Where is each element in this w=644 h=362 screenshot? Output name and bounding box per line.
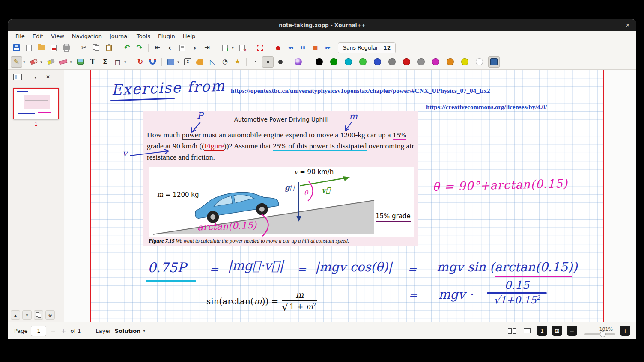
- sidebar-move-up-button[interactable]: ▴: [11, 310, 20, 320]
- menu-plugin[interactable]: Plugin: [154, 33, 179, 39]
- rewind-audio-button[interactable]: ◀◀: [285, 42, 296, 53]
- color-swatch-white[interactable]: [476, 58, 483, 65]
- delete-page-button[interactable]: ✕: [236, 42, 248, 53]
- select-region-button[interactable]: [165, 56, 176, 68]
- link-opentextbc[interactable]: https://opentextbc.ca/universityphysicsv…: [231, 87, 490, 95]
- color-swatch-lightgreen[interactable]: [359, 58, 367, 65]
- hand-tool-button[interactable]: [194, 56, 206, 68]
- spline-tool-button[interactable]: ★: [232, 56, 243, 68]
- toolbar-separator: [307, 58, 307, 66]
- highlighter-tool-button[interactable]: [45, 56, 57, 68]
- current-color-indicator[interactable]: [488, 56, 500, 68]
- fill-pattern-button[interactable]: [292, 56, 304, 68]
- duplicate-icon: [36, 312, 42, 318]
- shape-recognizer-button[interactable]: ↻: [134, 56, 146, 68]
- insert-image-button[interactable]: [75, 56, 86, 68]
- thumb-text-line: [25, 98, 48, 98]
- color-swatch-cyan[interactable]: [345, 58, 352, 65]
- record-audio-button[interactable]: ●: [272, 42, 284, 53]
- line-width-thick-button[interactable]: [274, 56, 286, 68]
- redo-button[interactable]: ↷: [134, 42, 145, 53]
- compass-button[interactable]: ◔: [219, 56, 231, 68]
- page-decrement-button[interactable]: −: [50, 327, 57, 334]
- previous-page-button[interactable]: ‹: [164, 42, 176, 53]
- eraser-tool-button[interactable]: [28, 56, 39, 68]
- snapping-button[interactable]: [147, 56, 158, 68]
- current-page-button[interactable]: [176, 42, 188, 53]
- zoom-out-button[interactable]: −: [567, 326, 577, 336]
- canvas-area[interactable]: Exercise from https://opentextbc.ca/univ…: [64, 70, 636, 322]
- page-thumbnail[interactable]: [13, 88, 59, 119]
- zoom-fit-button[interactable]: ⊞: [552, 326, 562, 336]
- fullscreen-button[interactable]: [254, 42, 266, 53]
- copy-button[interactable]: [91, 42, 102, 53]
- menu-journal[interactable]: Journal: [106, 33, 133, 39]
- figure-link[interactable]: Figure: [204, 142, 224, 151]
- cut-button[interactable]: ✂: [78, 42, 90, 53]
- color-swatch-green[interactable]: [330, 58, 337, 65]
- add-page-button[interactable]: +: [219, 42, 231, 53]
- v-value: = 90 km/h: [298, 168, 334, 176]
- open-button[interactable]: [36, 42, 47, 53]
- export-pdf-button[interactable]: [48, 42, 60, 53]
- page-increment-button[interactable]: +: [60, 327, 67, 334]
- thumb-ink-stroke-magenta: [38, 112, 51, 113]
- zoom-slider-handle[interactable]: [600, 331, 606, 337]
- menu-tools[interactable]: Tools: [133, 33, 154, 39]
- menu-file[interactable]: File: [12, 33, 29, 39]
- sidebar-duplicate-button[interactable]: [34, 310, 43, 320]
- preview-pane-button[interactable]: [12, 71, 23, 83]
- color-swatch-red[interactable]: [403, 58, 410, 65]
- line-width-fine-button[interactable]: [250, 56, 261, 68]
- document-page[interactable]: Exercise from https://opentextbc.ca/univ…: [90, 70, 604, 322]
- sidebar-delete-button[interactable]: ⊗: [45, 310, 55, 320]
- last-page-button[interactable]: ⇥: [201, 42, 213, 53]
- color-swatch-lightgray[interactable]: [417, 58, 425, 65]
- shape-tool-button[interactable]: □: [112, 56, 123, 68]
- layer-selector[interactable]: Solution ▾: [115, 328, 145, 334]
- menu-view[interactable]: View: [47, 33, 68, 39]
- window-close-button[interactable]: ✕: [626, 22, 630, 28]
- color-swatch-magenta[interactable]: [432, 58, 439, 65]
- color-swatch-orange[interactable]: [447, 58, 454, 65]
- vertical-space-button[interactable]: ↕: [182, 56, 194, 68]
- identity-lhs: sin(arctan(m)) =: [206, 296, 278, 306]
- color-swatch-gray[interactable]: [388, 58, 396, 65]
- menu-help[interactable]: Help: [179, 33, 200, 39]
- text-tool-button[interactable]: T: [87, 56, 98, 68]
- forward-audio-button[interactable]: ▶▶: [322, 42, 334, 53]
- color-swatch-black[interactable]: [316, 58, 323, 65]
- term3-pre: mgv sin (: [437, 260, 495, 274]
- presentation-mode-button[interactable]: [522, 326, 532, 336]
- toolbar-separator: [216, 44, 216, 52]
- menu-edit[interactable]: Edit: [29, 33, 47, 39]
- paste-icon: [106, 45, 112, 51]
- undo-button[interactable]: ↶: [121, 42, 133, 53]
- sidebar-close-button[interactable]: ✕: [46, 74, 50, 80]
- ruler-tool-button[interactable]: [57, 56, 69, 68]
- sidebar-move-down-button[interactable]: ▾: [22, 310, 32, 320]
- new-document-button[interactable]: [23, 42, 35, 53]
- next-page-button[interactable]: ›: [189, 42, 200, 53]
- color-swatch-yellow[interactable]: [461, 58, 468, 65]
- dual-page-view-button[interactable]: [507, 326, 517, 336]
- sidebar-pane-dropdown[interactable]: ▾: [34, 75, 36, 80]
- stop-audio-button[interactable]: ■: [310, 42, 321, 53]
- zoom-in-button[interactable]: +: [620, 326, 630, 336]
- color-swatch-blue[interactable]: [374, 58, 381, 65]
- link-cc-license[interactable]: https://creativecommons.org/licenses/by/…: [426, 104, 547, 111]
- setsquare-button[interactable]: ◺: [207, 56, 218, 68]
- page-number-input[interactable]: [31, 326, 46, 336]
- save-button[interactable]: [11, 42, 22, 53]
- zoom-slider[interactable]: [584, 333, 615, 335]
- font-selector-button[interactable]: Sans Regular 12: [338, 42, 396, 53]
- math-tex-button[interactable]: Σ: [99, 56, 111, 68]
- first-page-button[interactable]: ⇤: [152, 42, 163, 53]
- menu-navigation[interactable]: Navigation: [68, 33, 106, 39]
- next-page-icon: ›: [193, 44, 196, 52]
- print-button[interactable]: [60, 42, 72, 53]
- line-width-medium-button[interactable]: [262, 56, 274, 68]
- paste-button[interactable]: [103, 42, 115, 53]
- pause-audio-button[interactable]: ▮▮: [297, 42, 309, 53]
- pen-tool-button[interactable]: ✎: [11, 56, 22, 68]
